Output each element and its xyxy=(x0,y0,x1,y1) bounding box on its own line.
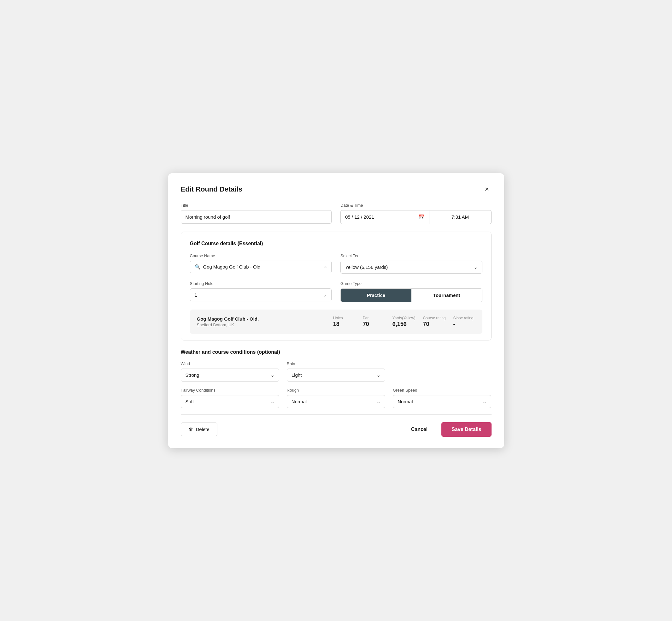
rough-label: Rough xyxy=(287,388,385,392)
slope-rating-label: Slope rating xyxy=(453,316,473,320)
modal-header: Edit Round Details × xyxy=(181,184,492,194)
slope-rating-value: - xyxy=(453,321,455,328)
clear-icon[interactable]: × xyxy=(324,264,327,270)
course-name-group: Course Name 🔍 × xyxy=(190,253,332,274)
golf-course-section: Golf Course details (Essential) Course N… xyxy=(181,232,492,340)
tournament-toggle-button[interactable]: Tournament xyxy=(411,289,482,302)
par-value: 70 xyxy=(363,321,369,328)
green-speed-label: Green Speed xyxy=(393,388,491,392)
course-rating-value: 70 xyxy=(423,321,429,328)
yards-value: 6,156 xyxy=(392,321,407,328)
rough-dropdown[interactable]: Normal ⌄ xyxy=(287,395,385,408)
chevron-down-icon-2: ⌄ xyxy=(323,292,327,298)
course-section-title: Golf Course details (Essential) xyxy=(190,241,482,246)
footer-divider xyxy=(181,414,492,415)
time-value: 7:31 AM xyxy=(452,214,469,220)
rough-group: Rough Normal ⌄ xyxy=(287,388,385,408)
course-info-location: Shelford Bottom, UK xyxy=(197,323,326,327)
delete-button[interactable]: 🗑 Delete xyxy=(181,422,217,436)
delete-label: Delete xyxy=(196,427,209,432)
wind-value: Strong xyxy=(185,372,268,378)
holes-label: Holes xyxy=(333,316,343,320)
course-name-input[interactable] xyxy=(203,264,322,270)
game-type-toggle: Practice Tournament xyxy=(340,288,482,302)
yards-label: Yards(Yellow) xyxy=(392,316,416,320)
title-group: Title xyxy=(181,203,332,224)
course-info-box: Gog Magog Golf Club - Old, Shelford Bott… xyxy=(190,309,482,334)
title-label: Title xyxy=(181,203,332,208)
practice-toggle-button[interactable]: Practice xyxy=(341,289,411,302)
course-info-main-name: Gog Magog Golf Club - Old, xyxy=(197,316,326,322)
course-stat-holes: Holes 18 xyxy=(333,316,355,328)
rain-label: Rain xyxy=(287,361,385,366)
course-stat-slope-rating: Slope rating - xyxy=(453,316,475,328)
course-stat-par: Par 70 xyxy=(363,316,385,328)
starting-hole-group: Starting Hole 1 ⌄ xyxy=(190,281,332,302)
holes-value: 18 xyxy=(333,321,339,328)
wind-label: Wind xyxy=(181,361,279,366)
date-time-label: Date & Time xyxy=(340,203,492,208)
time-input[interactable]: 7:31 AM xyxy=(429,210,492,224)
date-value: 05 / 12 / 2021 xyxy=(345,214,374,220)
fairway-group: Fairway Conditions Soft ⌄ xyxy=(181,388,279,408)
close-button[interactable]: × xyxy=(482,184,492,194)
rain-group: Rain Light ⌄ xyxy=(287,361,385,381)
date-input[interactable]: 05 / 12 / 2021 📅 xyxy=(340,210,429,224)
fairway-rough-green-row: Fairway Conditions Soft ⌄ Rough Normal ⌄… xyxy=(181,388,492,408)
select-tee-dropdown[interactable]: Yellow (6,156 yards) ⌄ xyxy=(340,261,482,274)
title-date-row: Title Date & Time 05 / 12 / 2021 📅 7:31 … xyxy=(181,203,492,224)
modal-title: Edit Round Details xyxy=(181,185,243,194)
game-type-group: Game Type Practice Tournament xyxy=(340,281,482,302)
date-time-inputs: 05 / 12 / 2021 📅 7:31 AM xyxy=(340,210,492,224)
select-tee-label: Select Tee xyxy=(340,253,482,258)
par-label: Par xyxy=(363,316,369,320)
green-speed-value: Normal xyxy=(397,399,480,404)
starting-hole-dropdown[interactable]: 1 ⌄ xyxy=(190,288,332,301)
course-info-name: Gog Magog Golf Club - Old, Shelford Bott… xyxy=(197,316,326,327)
chevron-down-icon: ⌄ xyxy=(473,264,478,270)
select-tee-value: Yellow (6,156 yards) xyxy=(345,264,471,270)
rain-dropdown[interactable]: Light ⌄ xyxy=(287,369,385,381)
footer-row: 🗑 Delete Cancel Save Details xyxy=(181,422,492,437)
fairway-label: Fairway Conditions xyxy=(181,388,279,392)
rain-value: Light xyxy=(292,372,374,378)
calendar-icon: 📅 xyxy=(419,214,425,220)
chevron-down-icon-3: ⌄ xyxy=(270,372,275,378)
chevron-down-icon-7: ⌄ xyxy=(482,399,487,405)
weather-section: Weather and course conditions (optional)… xyxy=(181,349,492,408)
title-input[interactable] xyxy=(181,210,332,224)
weather-section-title: Weather and course conditions (optional) xyxy=(181,349,492,355)
chevron-down-icon-6: ⌄ xyxy=(376,399,380,405)
rough-value: Normal xyxy=(292,399,374,404)
search-icon: 🔍 xyxy=(195,264,201,270)
chevron-down-icon-5: ⌄ xyxy=(270,399,275,405)
course-stat-course-rating: Course rating 70 xyxy=(423,316,446,328)
game-type-label: Game Type xyxy=(340,281,482,286)
wind-group: Wind Strong ⌄ xyxy=(181,361,279,381)
chevron-down-icon-4: ⌄ xyxy=(376,372,380,378)
footer-right: Cancel Save Details xyxy=(405,422,492,437)
course-name-label: Course Name xyxy=(190,253,332,258)
hole-gametype-row: Starting Hole 1 ⌄ Game Type Practice Tou… xyxy=(190,281,482,302)
course-rating-label: Course rating xyxy=(423,316,446,320)
course-stat-yards: Yards(Yellow) 6,156 xyxy=(392,316,416,328)
green-speed-dropdown[interactable]: Normal ⌄ xyxy=(393,395,491,408)
date-time-group: Date & Time 05 / 12 / 2021 📅 7:31 AM xyxy=(340,203,492,224)
wind-dropdown[interactable]: Strong ⌄ xyxy=(181,369,279,381)
course-tee-row: Course Name 🔍 × Select Tee Yellow (6,156… xyxy=(190,253,482,274)
select-tee-group: Select Tee Yellow (6,156 yards) ⌄ xyxy=(340,253,482,274)
cancel-button[interactable]: Cancel xyxy=(405,423,434,436)
starting-hole-value: 1 xyxy=(195,292,321,298)
starting-hole-label: Starting Hole xyxy=(190,281,332,286)
trash-icon: 🗑 xyxy=(189,427,194,432)
green-speed-group: Green Speed Normal ⌄ xyxy=(393,388,491,408)
save-button[interactable]: Save Details xyxy=(442,422,491,437)
course-name-input-wrap[interactable]: 🔍 × xyxy=(190,261,332,273)
wind-rain-row: Wind Strong ⌄ Rain Light ⌄ xyxy=(181,361,492,381)
edit-round-modal: Edit Round Details × Title Date & Time 0… xyxy=(168,173,504,448)
fairway-value: Soft xyxy=(185,399,268,404)
fairway-dropdown[interactable]: Soft ⌄ xyxy=(181,395,279,408)
